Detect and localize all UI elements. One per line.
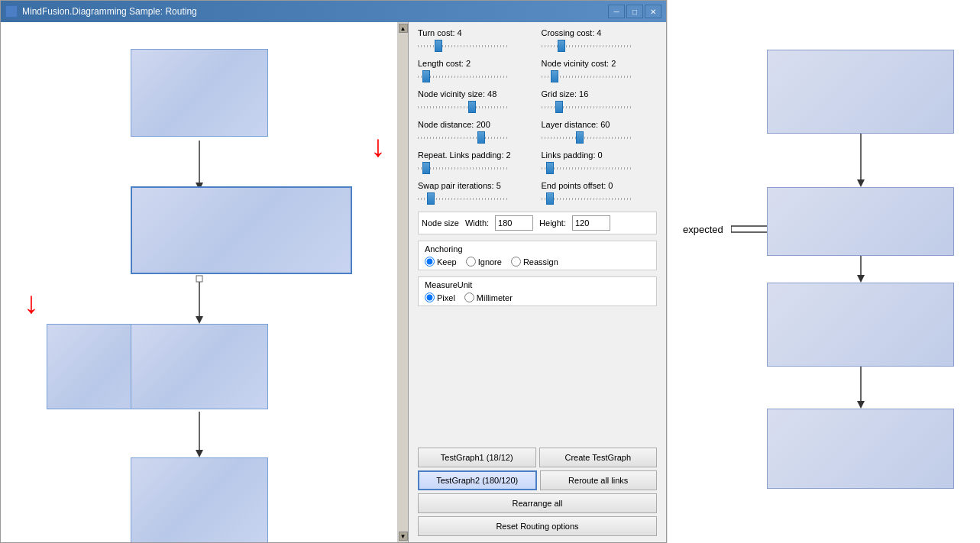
test-graph-1-button[interactable]: TestGraph1 (18/12) bbox=[418, 448, 536, 467]
links-padding-slider[interactable] bbox=[542, 161, 633, 175]
end-points-offset-label: End points offset: 0 bbox=[542, 181, 658, 190]
crossing-cost-thumb[interactable] bbox=[558, 40, 565, 52]
diagram-canvas[interactable]: ↓ ↓ bbox=[1, 22, 397, 542]
test-graph-2-button[interactable]: TestGraph2 (180/120) bbox=[418, 470, 537, 490]
measure-pixel-radio[interactable] bbox=[425, 293, 435, 302]
btn-row-4: Reset Routing options bbox=[418, 516, 657, 536]
slider-row-1: Turn cost: 4 Crossing cost: 4 bbox=[418, 28, 657, 53]
length-cost-thumb[interactable] bbox=[422, 70, 430, 82]
swap-pair-group: Swap pair iterations: 5 bbox=[418, 181, 534, 205]
measure-millimeter-radio[interactable] bbox=[464, 293, 474, 302]
crossing-cost-label: Crossing cost: 4 bbox=[542, 28, 658, 37]
maximize-button[interactable]: □ bbox=[626, 5, 643, 18]
measure-pixel[interactable]: Pixel bbox=[425, 293, 455, 302]
end-points-offset-track bbox=[542, 198, 633, 200]
node-size-section: Node size Width: Height: bbox=[418, 212, 657, 234]
diagram-box-4[interactable] bbox=[131, 457, 268, 542]
length-cost-label: Length cost: 2 bbox=[418, 59, 534, 68]
anchoring-reassign-label: Reassign bbox=[523, 257, 558, 267]
svg-marker-10 bbox=[857, 179, 865, 187]
crossing-cost-track bbox=[542, 45, 633, 47]
layer-distance-slider[interactable] bbox=[542, 131, 633, 144]
links-padding-track bbox=[542, 167, 633, 170]
repeat-links-padding-thumb[interactable] bbox=[422, 162, 430, 174]
node-vicinity-cost-group: Node vicinity cost: 2 bbox=[542, 59, 658, 83]
node-distance-slider[interactable] bbox=[418, 131, 509, 144]
end-points-offset-group: End points offset: 0 bbox=[542, 181, 658, 205]
title-bar: MindFusion.Diagramming Sample: Routing ─… bbox=[1, 1, 666, 22]
expected-panel: expected bbox=[667, 0, 980, 543]
swap-pair-slider[interactable] bbox=[418, 192, 509, 205]
height-input[interactable] bbox=[572, 215, 610, 231]
swap-pair-thumb[interactable] bbox=[427, 192, 435, 205]
scroll-up-btn[interactable]: ▲ bbox=[399, 24, 408, 33]
repeat-links-padding-track bbox=[418, 167, 509, 170]
diagram-panel: ↓ ↓ bbox=[1, 22, 398, 542]
links-padding-thumb[interactable] bbox=[546, 162, 554, 174]
measure-unit-group: MeasureUnit Pixel Millimeter bbox=[418, 276, 657, 306]
turn-cost-thumb[interactable] bbox=[435, 40, 442, 52]
reroute-all-links-button[interactable]: Reroute all links bbox=[540, 470, 658, 490]
node-distance-thumb[interactable] bbox=[477, 131, 485, 144]
grid-size-label: Grid size: 16 bbox=[542, 89, 658, 99]
anchoring-ignore-radio[interactable] bbox=[466, 257, 476, 267]
node-vicinity-cost-slider[interactable] bbox=[542, 69, 633, 83]
expected-box-1 bbox=[767, 50, 954, 134]
anchoring-keep-label: Keep bbox=[437, 257, 457, 267]
layer-distance-group: Layer distance: 60 bbox=[542, 120, 658, 144]
scroll-down-btn[interactable]: ▼ bbox=[399, 532, 408, 541]
repeat-links-padding-slider[interactable] bbox=[418, 161, 509, 175]
turn-cost-group: Turn cost: 4 bbox=[418, 28, 534, 53]
repeat-links-padding-group: Repeat. Links padding: 2 bbox=[418, 150, 534, 175]
height-label: Height: bbox=[539, 218, 566, 228]
anchoring-ignore-label: Ignore bbox=[478, 257, 502, 267]
node-distance-track bbox=[418, 137, 509, 139]
grid-size-group: Grid size: 16 bbox=[542, 89, 658, 114]
swap-pair-label: Swap pair iterations: 5 bbox=[418, 181, 534, 190]
width-input[interactable] bbox=[495, 215, 533, 231]
node-vicinity-cost-thumb[interactable] bbox=[551, 70, 558, 82]
crossing-cost-group: Crossing cost: 4 bbox=[542, 28, 658, 53]
turn-cost-slider[interactable] bbox=[418, 39, 509, 53]
measure-millimeter[interactable]: Millimeter bbox=[464, 293, 513, 302]
grid-size-track bbox=[542, 106, 633, 108]
btn-row-1: TestGraph1 (18/12) Create TestGraph bbox=[418, 448, 657, 467]
anchoring-group: Anchoring Keep Ignore bbox=[418, 241, 657, 270]
expected-box-4 bbox=[767, 409, 954, 489]
layer-distance-thumb[interactable] bbox=[576, 131, 584, 144]
expected-box-3 bbox=[767, 283, 954, 367]
node-vicinity-size-track bbox=[418, 106, 509, 108]
crossing-cost-slider[interactable] bbox=[542, 39, 633, 53]
anchoring-ignore[interactable]: Ignore bbox=[466, 257, 502, 267]
measure-unit-radio-row: Pixel Millimeter bbox=[425, 293, 650, 302]
measure-millimeter-label: Millimeter bbox=[477, 293, 513, 302]
reset-routing-button[interactable]: Reset Routing options bbox=[418, 516, 657, 536]
grid-size-thumb[interactable] bbox=[555, 101, 563, 113]
measure-unit-label: MeasureUnit bbox=[425, 280, 650, 289]
anchoring-keep-radio[interactable] bbox=[425, 257, 435, 267]
grid-size-slider[interactable] bbox=[542, 100, 633, 114]
layer-distance-track bbox=[542, 137, 633, 139]
node-vicinity-size-slider[interactable] bbox=[418, 100, 509, 114]
node-vicinity-size-thumb[interactable] bbox=[468, 101, 476, 113]
diagram-box-3b[interactable] bbox=[131, 324, 268, 409]
anchoring-reassign-radio[interactable] bbox=[511, 257, 521, 267]
links-padding-group: Links padding: 0 bbox=[542, 150, 658, 175]
rearrange-all-button[interactable]: Rearrange all bbox=[418, 493, 657, 513]
main-window: MindFusion.Diagramming Sample: Routing ─… bbox=[0, 0, 667, 543]
end-points-offset-slider[interactable] bbox=[542, 192, 633, 205]
anchoring-keep[interactable]: Keep bbox=[425, 257, 457, 267]
length-cost-slider[interactable] bbox=[418, 69, 509, 83]
diagram-box-2[interactable] bbox=[131, 186, 352, 274]
end-points-offset-thumb[interactable] bbox=[546, 192, 554, 205]
length-cost-track bbox=[418, 76, 509, 78]
layer-distance-label: Layer distance: 60 bbox=[542, 120, 658, 129]
links-padding-label: Links padding: 0 bbox=[542, 150, 658, 160]
svg-marker-5 bbox=[196, 450, 203, 457]
create-test-graph-button[interactable]: Create TestGraph bbox=[539, 448, 658, 467]
diagram-box-1[interactable] bbox=[131, 49, 268, 137]
close-button[interactable]: ✕ bbox=[645, 5, 661, 18]
anchoring-reassign[interactable]: Reassign bbox=[511, 257, 558, 267]
btn-row-3: Rearrange all bbox=[418, 493, 657, 513]
minimize-button[interactable]: ─ bbox=[608, 5, 625, 18]
